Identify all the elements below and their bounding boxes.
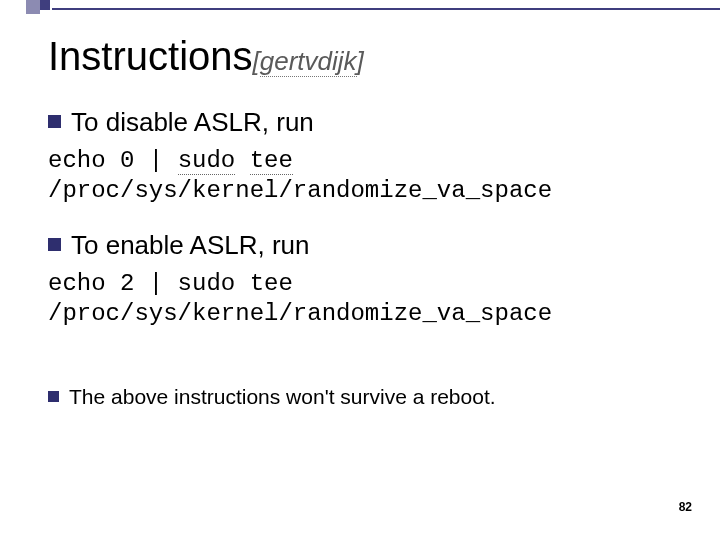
slide-content: Instructions[gertvdijk] To disable ASLR,…	[48, 34, 678, 415]
deco-square	[40, 0, 50, 10]
bullet-icon	[48, 391, 59, 402]
bullet-icon	[48, 238, 61, 251]
slide-decoration	[0, 0, 720, 20]
bullet-text: To enable ASLR, run	[71, 230, 310, 261]
title-reference: [gertvdijk]	[253, 46, 364, 77]
page-number: 82	[679, 500, 692, 514]
title-author: gertvdijk	[260, 46, 357, 77]
deco-square	[26, 0, 40, 14]
deco-line	[52, 8, 720, 10]
bullet-row: The above instructions won't survive a r…	[48, 385, 678, 409]
code-line: echo 2 | sudo tee	[48, 270, 293, 297]
bullet-icon	[48, 115, 61, 128]
code-path: /proc/sys/kernel/randomize_va_space	[48, 300, 552, 327]
code-block-disable: echo 0 | sudo tee /proc/sys/kernel/rando…	[48, 146, 678, 206]
bullet-text: The above instructions won't survive a r…	[69, 385, 496, 409]
code-tee: tee	[250, 147, 293, 175]
bullet-row: To enable ASLR, run	[48, 230, 678, 261]
code-block-enable: echo 2 | sudo tee /proc/sys/kernel/rando…	[48, 269, 678, 329]
code-path: /proc/sys/kernel/randomize_va_space	[48, 177, 552, 204]
bullet-row: To disable ASLR, run	[48, 107, 678, 138]
code-sudo: sudo	[178, 147, 236, 175]
title-main: Instructions	[48, 34, 253, 78]
slide-title: Instructions[gertvdijk]	[48, 34, 678, 79]
bullet-text: To disable ASLR, run	[71, 107, 314, 138]
